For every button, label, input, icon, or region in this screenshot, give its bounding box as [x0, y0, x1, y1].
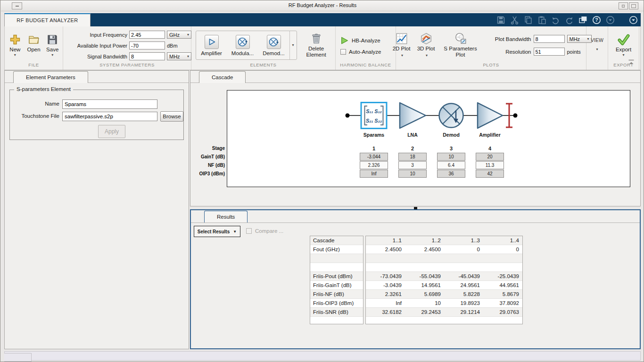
nf-cell[interactable]: 11.3 — [476, 161, 504, 169]
toolstrip-options-icon[interactable] — [629, 16, 638, 25]
open-button[interactable]: Open — [26, 34, 41, 57]
available-input-power-field[interactable] — [129, 41, 165, 49]
quick-save-icon[interactable] — [496, 16, 505, 25]
nf-cell[interactable]: 3 — [398, 161, 427, 169]
stage-number: 1 — [360, 146, 388, 151]
gain-cell[interactable]: 18 — [398, 153, 427, 161]
signal-bandwidth-field[interactable] — [129, 52, 165, 60]
touchstone-file-field[interactable] — [62, 112, 157, 121]
gain-cell[interactable]: 20 — [476, 153, 504, 161]
save-button[interactable]: Save ▾ — [45, 34, 60, 57]
ribbon-section-system-parameters: Input Frequency GHz▾ Available Input Pow… — [63, 26, 191, 70]
save-label: Save — [46, 47, 58, 52]
view-label: VIEW — [591, 37, 603, 43]
section-label-view — [586, 62, 608, 70]
oip3-cell[interactable]: 10 — [398, 170, 427, 178]
amplifier-icon — [207, 37, 216, 47]
plot-bandwidth-field[interactable] — [534, 35, 565, 43]
open-label: Open — [27, 47, 40, 52]
help-icon[interactable]: ? — [592, 16, 601, 25]
tab-results[interactable]: Results — [204, 211, 248, 222]
value-cell: 24.9561 — [444, 282, 483, 288]
minimize-button[interactable] — [619, 2, 628, 9]
results-row-label: Friis-GainT (dB) — [310, 281, 363, 290]
gain-cell[interactable]: -3.044 — [360, 153, 388, 161]
nf-cell[interactable]: 6.4 — [437, 161, 465, 169]
name-label: Name — [11, 101, 59, 107]
collapse-ribbon-button[interactable] — [628, 59, 635, 65]
value-cell: 29.0763 — [483, 309, 522, 315]
collapse-ribbon-icon — [628, 59, 635, 65]
tab-rf-budget-analyzer[interactable]: RF BUDGET ANALYZER — [4, 13, 91, 26]
apply-button[interactable]: Apply — [98, 125, 125, 138]
tab-element-parameters[interactable]: Element Parameters — [13, 71, 88, 83]
results-row-label: Friis-SNR (dB) — [310, 308, 363, 317]
plot-3d-button[interactable]: 3D Plot▾ — [415, 33, 437, 58]
minimize-icon — [622, 5, 625, 8]
sparams-element-block[interactable]: S₁₁ S₁₂ S₂₁ S₂₂ — [361, 103, 387, 129]
results-row-label: Fout (GHz) — [310, 245, 363, 254]
input-frequency-field[interactable] — [129, 31, 165, 39]
palette-more-button[interactable]: ▾ — [289, 31, 297, 59]
value-cell: 37.8092 — [483, 300, 522, 306]
open-icon — [28, 34, 40, 45]
demod-element-block[interactable] — [439, 104, 463, 128]
amplifier-element-block[interactable] — [478, 103, 503, 128]
auto-analyze-label: Auto-Analyze — [349, 49, 381, 55]
paste-icon[interactable] — [537, 16, 546, 25]
input-port-node — [346, 114, 350, 118]
signal-bandwidth-unit-dropdown[interactable]: MHz▾ — [167, 52, 191, 60]
browse-button[interactable]: Browse — [160, 111, 183, 122]
oip3-cell[interactable]: 36 — [437, 170, 465, 178]
add-demodulator-button[interactable]: Demod... — [258, 31, 289, 59]
value-cell: Inf — [366, 300, 405, 306]
add-amplifier-button[interactable]: Amplifier — [196, 31, 227, 59]
input-frequency-unit: GHz — [169, 32, 180, 38]
value-cell: 2.4500 — [405, 247, 444, 252]
gain-cell[interactable]: 10 — [437, 153, 465, 161]
input-frequency-unit-dropdown[interactable]: GHz▾ — [167, 31, 191, 39]
auto-analyze-checkbox[interactable]: Auto-Analyze — [340, 49, 381, 55]
delete-element-button[interactable]: Delete Element — [301, 33, 331, 58]
dropdown-caret-icon: ▾ — [401, 54, 403, 58]
plot-2d-button[interactable]: 2D Plot▾ — [391, 33, 413, 58]
results-header: Results — [191, 210, 640, 223]
oip3-cell[interactable]: 42 — [476, 170, 504, 178]
amplifier-label: Amplifier — [201, 50, 222, 56]
cut-icon[interactable] — [510, 16, 519, 25]
lna-element-block[interactable] — [400, 103, 426, 128]
element-label-lna: LNA — [407, 132, 418, 138]
value-cell: 19.8923 — [444, 300, 483, 306]
stage-number: 2 — [398, 146, 427, 151]
copy-icon[interactable] — [524, 16, 533, 25]
output-port-node — [513, 114, 518, 118]
window-layout-icon[interactable] — [578, 16, 587, 25]
export-button[interactable]: Export ▾ — [611, 33, 636, 57]
oip3-cell[interactable]: Inf — [360, 170, 388, 178]
tab-cascade[interactable]: Cascade — [199, 71, 246, 83]
ribbon: New ▾ Open Save ▾ FILE Inp — [4, 26, 641, 70]
nf-row-label: NF (dB) — [191, 161, 225, 170]
element-label-demod: Demod — [443, 132, 460, 138]
hb-analyze-button[interactable]: HB-Analyze — [340, 36, 381, 45]
maximize-button[interactable] — [629, 2, 638, 9]
results-row-label: Friis-OIP3 (dBm) — [310, 299, 363, 308]
toolbar-options-icon[interactable] — [606, 16, 615, 25]
new-button[interactable]: New ▾ — [8, 34, 23, 57]
name-field[interactable] — [62, 99, 157, 109]
compare-checkbox[interactable]: Compare ... — [246, 228, 283, 234]
results-value-row: -73.0439 -55.0439 -45.0439 -25.0439 — [366, 272, 522, 281]
resolution-field[interactable] — [534, 48, 565, 56]
value-cell: 2.4500 — [366, 247, 405, 252]
export-check-icon — [618, 33, 630, 46]
redo-icon[interactable] — [565, 16, 574, 25]
s-parameters-plot-button[interactable]: S Parameters Plot — [440, 33, 481, 58]
undo-icon[interactable] — [551, 16, 560, 25]
results-value-row: 32.6182 29.2453 29.1214 29.0763 — [366, 308, 522, 317]
nf-cell[interactable]: 2.326 — [360, 161, 388, 169]
element-parameters-panel: Element Parameters S-parameters Element … — [4, 70, 189, 349]
results-row-label — [310, 263, 363, 272]
select-results-button[interactable]: Select Results ▼ — [194, 226, 240, 237]
view-button[interactable]: VIEW ▾ — [586, 37, 608, 51]
add-modulator-button[interactable]: Modula... — [227, 31, 258, 59]
